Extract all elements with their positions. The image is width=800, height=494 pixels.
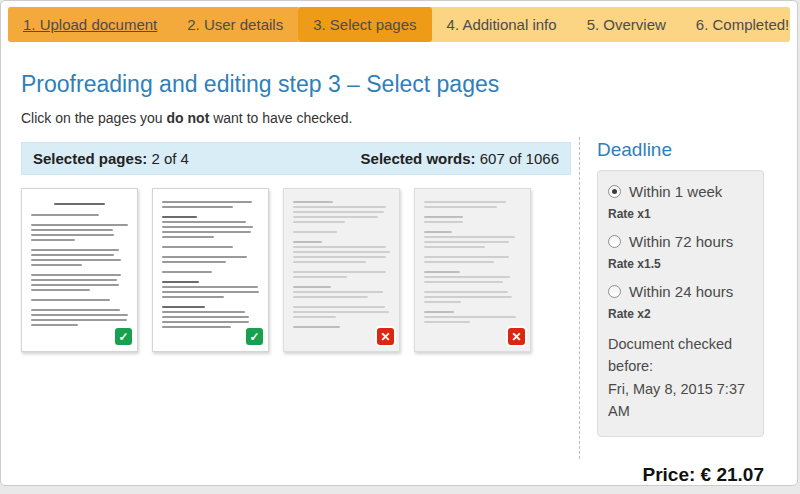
radio-icon[interactable] xyxy=(608,235,621,248)
checked-before-value: Fri, May 8, 2015 7:37 AM xyxy=(608,378,753,423)
selected-words-stat: Selected words: 607 of 1066 xyxy=(361,150,559,167)
page-title: Proofreading and editing step 3 – Select… xyxy=(21,71,571,98)
instruction-before: Click on the pages you xyxy=(21,110,167,126)
deadline-title: Deadline xyxy=(597,139,764,161)
main-panel: Proofreading and editing step 3 – Select… xyxy=(21,42,571,352)
deadline-panel: Deadline Within 1 weekRate x1Within 72 h… xyxy=(597,139,764,494)
tab-step-6: 6. Completed! xyxy=(681,7,790,42)
document-preview xyxy=(22,189,137,351)
deadline-option-label: Within 1 week xyxy=(629,183,722,200)
radio-icon[interactable] xyxy=(608,185,621,198)
selected-words-value: 607 of 1066 xyxy=(476,150,559,167)
price-value: € 21.07 xyxy=(695,464,764,485)
selection-stats-bar: Selected pages: 2 of 4 Selected words: 6… xyxy=(21,142,571,175)
tab-step-5: 5. Overview xyxy=(572,7,681,42)
rate-label: Rate x2 xyxy=(608,307,753,321)
page-thumb-4[interactable]: ✕ xyxy=(414,188,531,352)
rate-label: Rate x1.5 xyxy=(608,257,753,271)
checked-before-label: Document checked before: xyxy=(608,333,753,378)
document-preview xyxy=(153,189,268,351)
deadline-option-2[interactable]: Within 72 hours xyxy=(608,233,753,250)
instruction-bold: do not xyxy=(167,110,210,126)
price-text: Price: € 21.07 xyxy=(597,464,764,486)
step-tabs: 1. Upload document2. User details3. Sele… xyxy=(8,7,790,42)
deadline-options: Within 1 weekRate x1Within 72 hoursRate … xyxy=(608,183,753,321)
x-icon: ✕ xyxy=(377,328,394,345)
page-thumb-3[interactable]: ✕ xyxy=(283,188,400,352)
rate-label: Rate x1 xyxy=(608,207,753,221)
price-label: Price: xyxy=(643,464,696,485)
tab-step-1[interactable]: 1. Upload document xyxy=(8,7,172,42)
page-thumb-2[interactable]: ✓ xyxy=(152,188,269,352)
check-icon: ✓ xyxy=(115,328,132,345)
selected-pages-value: 2 of 4 xyxy=(147,150,189,167)
deadline-options-box: Within 1 weekRate x1Within 72 hoursRate … xyxy=(597,170,764,437)
deadline-option-3[interactable]: Within 24 hours xyxy=(608,283,753,300)
vertical-dashed-divider xyxy=(579,137,580,459)
tab-step-3[interactable]: 3. Select pages xyxy=(298,7,431,42)
deadline-option-label: Within 72 hours xyxy=(629,233,733,250)
check-icon: ✓ xyxy=(246,328,263,345)
tab-step-2[interactable]: 2. User details xyxy=(172,7,298,42)
instruction-text: Click on the pages you do not want to ha… xyxy=(21,110,571,126)
page-container: 1. Upload document2. User details3. Sele… xyxy=(0,0,798,486)
deadline-option-1[interactable]: Within 1 week xyxy=(608,183,753,200)
page-thumb-1[interactable]: ✓ xyxy=(21,188,138,352)
selected-pages-label: Selected pages: xyxy=(33,150,147,167)
radio-icon[interactable] xyxy=(608,285,621,298)
x-icon: ✕ xyxy=(508,328,525,345)
deadline-option-label: Within 24 hours xyxy=(629,283,733,300)
page-thumbnails: ✓✓✕✕ xyxy=(21,188,571,352)
document-preview xyxy=(284,189,399,351)
instruction-after: want to have checked. xyxy=(209,110,352,126)
document-preview xyxy=(415,189,530,351)
selected-words-label: Selected words: xyxy=(361,150,476,167)
selected-pages-stat: Selected pages: 2 of 4 xyxy=(33,150,189,167)
tab-step-4: 4. Additional info xyxy=(432,7,572,42)
